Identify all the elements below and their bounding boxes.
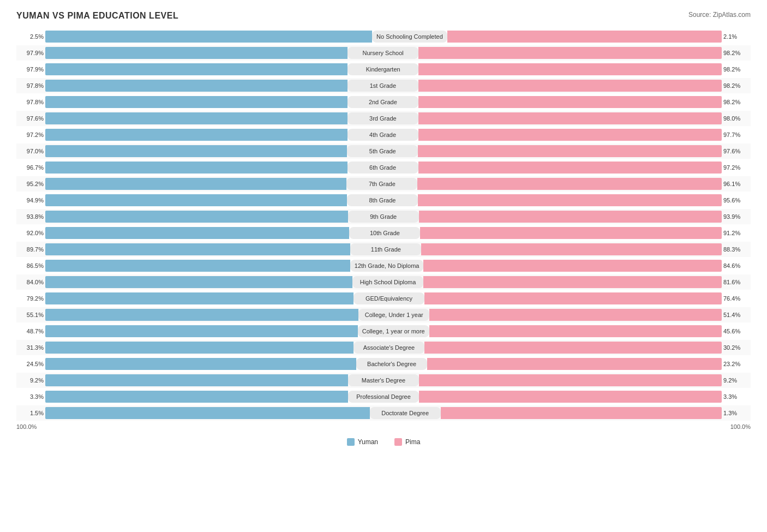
table-row: 79.2%GED/Equivalency76.4% [16,291,751,306]
blue-bar [45,63,347,75]
bars-area: Kindergarten [45,63,722,76]
pink-bar [419,391,722,403]
blue-bar [45,178,346,190]
blue-bar [45,145,347,157]
blue-bar [45,96,347,108]
left-value: 84.0% [16,279,44,285]
left-value: 97.8% [16,82,44,89]
left-value: 97.9% [16,66,44,73]
table-row: 92.0%10th Grade91.2% [16,225,751,241]
table-row: 93.8%9th Grade93.9% [16,209,751,224]
bars-area: 10th Grade [45,226,722,240]
row-label: 10th Grade [349,227,420,239]
left-value: 96.7% [16,164,44,171]
blue-bar [45,260,350,272]
blue-bar [45,407,370,419]
row-label: Nursery School [347,47,418,59]
right-value: 96.1% [723,181,751,187]
left-value: 31.3% [16,344,44,351]
left-value: 97.0% [16,148,44,154]
left-value: 79.2% [16,295,44,302]
blue-bar [45,374,348,386]
right-value: 51.4% [723,312,751,318]
legend-yuman: Yuman [347,438,378,446]
right-value: 76.4% [723,295,751,302]
blue-bar [45,227,349,239]
row-label: 1st Grade [347,80,418,92]
row-label: 12th Grade, No Diploma [350,260,424,272]
row-label: 2nd Grade [347,96,418,108]
legend-pima: Pima [394,438,420,446]
table-row: 97.9%Nursery School98.2% [16,45,751,61]
pink-bar [423,260,722,272]
pink-bar [418,194,722,206]
right-value: 91.2% [723,230,751,236]
right-value: 95.6% [723,197,751,204]
table-row: 86.5%12th Grade, No Diploma84.6% [16,258,751,273]
row-label: Bachelor's Degree [356,358,427,370]
right-value: 98.2% [723,50,751,56]
blue-bar [45,80,347,92]
pink-bar [429,309,722,321]
left-value: 86.5% [16,262,44,269]
right-value: 93.9% [723,213,751,220]
row-label: Master's Degree [348,374,419,386]
blue-bar [45,194,347,206]
row-label: High School Diploma [352,276,423,288]
pink-bar [423,276,722,288]
left-value: 89.7% [16,246,44,253]
chart-area: 2.5%No Schooling Completed2.1%97.9%Nurse… [16,29,751,421]
bars-area: 9th Grade [45,210,722,223]
right-value: 81.6% [723,279,751,285]
blue-bar [45,243,350,255]
left-value: 2.5% [16,33,44,40]
blue-bar [45,112,347,124]
right-value: 98.2% [723,99,751,105]
bars-area: 7th Grade [45,177,722,190]
right-value: 1.3% [723,410,751,416]
left-value: 24.5% [16,361,44,367]
table-row: 1.5%Doctorate Degree1.3% [16,405,751,421]
right-value: 84.6% [723,262,751,269]
bars-area: 8th Grade [45,194,722,207]
table-row: 97.8%2nd Grade98.2% [16,94,751,110]
pink-bar [417,178,722,190]
legend-pima-label: Pima [405,438,420,446]
pink-bar [419,374,722,386]
blue-bar [45,47,347,59]
row-label: College, 1 year or more [358,325,429,337]
legend-yuman-color [347,438,355,446]
left-value: 97.6% [16,115,44,122]
bars-area: College, Under 1 year [45,308,722,321]
pink-bar [418,47,722,59]
table-row: 97.9%Kindergarten98.2% [16,62,751,77]
table-row: 97.6%3rd Grade98.0% [16,111,751,126]
blue-bar [45,292,353,304]
table-row: 97.8%1st Grade98.2% [16,78,751,93]
right-value: 2.1% [723,33,751,40]
pink-bar [419,211,722,223]
row-label: College, Under 1 year [358,309,429,321]
legend-yuman-label: Yuman [358,438,378,446]
right-value: 23.2% [723,361,751,367]
legend: Yuman Pima [16,438,751,446]
table-row: 96.7%6th Grade97.2% [16,160,751,175]
left-value: 92.0% [16,230,44,236]
pink-bar [424,342,722,354]
pink-bar [424,292,722,304]
pink-bar [427,358,722,370]
blue-bar [45,358,356,370]
bars-area: Nursery School [45,46,722,59]
row-label: 9th Grade [348,211,419,223]
chart-source: Source: ZipAtlas.com [688,11,751,19]
table-row: 97.2%4th Grade97.7% [16,127,751,142]
row-label: 6th Grade [347,162,418,174]
table-row: 97.0%5th Grade97.6% [16,144,751,159]
left-value: 97.8% [16,99,44,105]
pink-bar [418,162,722,174]
row-label: 7th Grade [346,178,417,190]
left-value: 94.9% [16,197,44,204]
right-value: 98.2% [723,66,751,73]
left-value: 55.1% [16,312,44,318]
right-value: 3.3% [723,393,751,400]
